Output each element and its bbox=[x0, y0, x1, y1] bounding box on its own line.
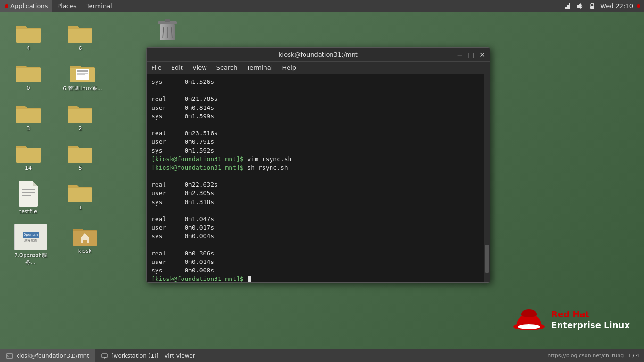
file-doc-icon: Openssh 服务配置 bbox=[14, 224, 47, 250]
terminal-minimize-button[interactable]: − bbox=[454, 49, 465, 60]
terminal-label: Terminal bbox=[86, 2, 112, 9]
terminal-scrollbar-thumb[interactable] bbox=[485, 245, 489, 273]
terminal-menu-search[interactable]: Search bbox=[212, 62, 242, 74]
icon-label-openssh: 7.Openssh服务... bbox=[9, 252, 52, 266]
lock-icon[interactable] bbox=[588, 2, 596, 10]
places-label: Places bbox=[57, 2, 76, 9]
desktop-icons-area: 4 6 0 bbox=[0, 14, 141, 278]
svg-rect-1 bbox=[567, 5, 569, 9]
terminal-title: kiosk@foundation31:/mnt bbox=[279, 51, 358, 58]
icon-label-2: 2 bbox=[79, 125, 82, 132]
folder-icon bbox=[15, 21, 41, 44]
applications-menu[interactable]: Applications bbox=[0, 0, 52, 12]
clock-dot bbox=[637, 4, 640, 8]
taskbar-terminal-label: kiosk@foundation31:/mnt bbox=[16, 353, 89, 359]
desktop-icon-kiosk[interactable]: kiosk bbox=[61, 222, 108, 268]
panel-right: Wed 22:10 bbox=[563, 2, 644, 10]
desktop-icon-folder-6[interactable]: 6 bbox=[57, 19, 104, 54]
desktop: Applications Places Terminal bbox=[0, 0, 644, 362]
svg-marker-3 bbox=[577, 3, 581, 9]
terminal-controls: − □ ✕ bbox=[454, 49, 487, 60]
terminal-cursor bbox=[248, 276, 251, 282]
desktop-icon-folder-manage-linux[interactable]: 6.管理Linux系... bbox=[57, 58, 108, 94]
redhat-logo: Red Hat Enterprise Linux bbox=[512, 305, 630, 334]
redhat-red: Red Hat bbox=[551, 309, 589, 319]
terminal-window: kiosk@foundation31:/mnt − □ ✕ File Edit … bbox=[146, 47, 490, 283]
taskbar-terminal-icon: >_ bbox=[6, 352, 13, 360]
folder-icon bbox=[15, 101, 41, 124]
terminal-menu-file[interactable]: File bbox=[147, 62, 166, 74]
terminal-menu-help[interactable]: Help bbox=[277, 62, 301, 74]
svg-point-22 bbox=[518, 324, 540, 329]
folder-doc-icon bbox=[69, 61, 96, 83]
terminal-maximize-button[interactable]: □ bbox=[466, 49, 476, 60]
desktop-icon-testfile[interactable]: testfile bbox=[5, 178, 52, 217]
panel-left: Applications Places Terminal bbox=[0, 0, 117, 12]
taskbar-virt-label: [workstation (1)] - Virt Viewer bbox=[111, 353, 195, 359]
desktop-icon-folder-14[interactable]: 14 bbox=[5, 139, 52, 173]
redhat-dot bbox=[5, 4, 8, 8]
folder-icon bbox=[67, 181, 93, 203]
taskbar-right: https://blog.csdn.net/chiitung 1 / 4 bbox=[547, 353, 644, 359]
file-icon bbox=[17, 181, 40, 207]
svg-rect-16 bbox=[165, 19, 170, 22]
trash-icon[interactable] bbox=[151, 16, 184, 43]
icon-label-14: 14 bbox=[25, 165, 32, 171]
taskbar-terminal-item[interactable]: >_ kiosk@foundation31:/mnt bbox=[0, 349, 95, 362]
folder-home-icon bbox=[72, 224, 98, 247]
icon-label-3: 3 bbox=[27, 125, 30, 132]
terminal-output: sys 0m1.526s real 0m21.785s user 0m0.814… bbox=[151, 78, 485, 282]
icon-label-4: 4 bbox=[27, 45, 30, 51]
volume-icon[interactable] bbox=[576, 2, 584, 10]
desktop-icon-folder-1[interactable]: 1 bbox=[57, 178, 104, 217]
desktop-icon-folder-3[interactable]: 3 bbox=[5, 99, 52, 134]
places-menu[interactable]: Places bbox=[52, 0, 81, 12]
redhat-text: Red Hat Enterprise Linux bbox=[551, 309, 630, 331]
top-panel: Applications Places Terminal bbox=[0, 0, 644, 12]
desktop-icon-folder-5[interactable]: 5 bbox=[57, 139, 104, 173]
svg-rect-2 bbox=[569, 3, 570, 9]
icon-label-6: 6 bbox=[79, 45, 82, 51]
svg-rect-7 bbox=[77, 73, 88, 74]
redhat-enterprise: Enterprise Linux bbox=[551, 320, 630, 330]
desktop-icon-folder-2[interactable]: 2 bbox=[57, 99, 104, 134]
icon-label-1: 1 bbox=[79, 205, 82, 211]
svg-rect-25 bbox=[102, 354, 107, 358]
taskbar-pages: 1 / 4 bbox=[627, 353, 639, 359]
folder-icon bbox=[67, 21, 93, 44]
terminal-menu-edit[interactable]: Edit bbox=[166, 62, 188, 74]
svg-rect-8 bbox=[77, 74, 85, 75]
terminal-menu[interactable]: Terminal bbox=[82, 0, 117, 12]
svg-rect-6 bbox=[77, 70, 88, 72]
terminal-close-button[interactable]: ✕ bbox=[477, 49, 487, 60]
folder-icon bbox=[15, 61, 41, 83]
taskbar-virt-item[interactable]: [workstation (1)] - Virt Viewer bbox=[95, 349, 201, 362]
terminal-titlebar: kiosk@foundation31:/mnt − □ ✕ bbox=[147, 48, 490, 62]
taskbar-url: https://blog.csdn.net/chiitung bbox=[547, 353, 624, 359]
icon-label-5: 5 bbox=[79, 165, 82, 171]
desktop-icon-openssh[interactable]: Openssh 服务配置 7.Openssh服务... bbox=[5, 222, 57, 268]
icon-label-testfile: testfile bbox=[19, 208, 37, 214]
network-icon[interactable] bbox=[563, 2, 572, 10]
terminal-menu-bar: File Edit View Search Terminal Help bbox=[147, 62, 490, 74]
svg-rect-0 bbox=[565, 7, 567, 9]
clock: Wed 22:10 bbox=[600, 2, 633, 9]
terminal-menu-terminal[interactable]: Terminal bbox=[242, 62, 277, 74]
redhat-hat-svg bbox=[512, 305, 545, 334]
terminal-content[interactable]: sys 0m1.526s real 0m21.785s user 0m0.814… bbox=[147, 74, 490, 282]
terminal-menu-view[interactable]: View bbox=[188, 62, 212, 74]
folder-icon bbox=[15, 141, 41, 164]
desktop-icon-folder-0[interactable]: 0 bbox=[5, 58, 52, 94]
svg-text:>_: >_ bbox=[7, 354, 11, 358]
folder-icon bbox=[67, 141, 93, 164]
terminal-scrollbar[interactable] bbox=[484, 74, 490, 282]
folder-icon bbox=[67, 101, 93, 124]
icon-label-manage-linux: 6.管理Linux系... bbox=[63, 85, 102, 92]
taskbar-virt-icon bbox=[101, 352, 108, 360]
svg-rect-4 bbox=[590, 6, 594, 9]
icon-label-kiosk: kiosk bbox=[78, 248, 91, 254]
taskbar: >_ kiosk@foundation31:/mnt [workstation … bbox=[0, 349, 644, 362]
icon-label-0: 0 bbox=[27, 85, 30, 91]
applications-label: Applications bbox=[10, 2, 48, 9]
desktop-icon-folder-4[interactable]: 4 bbox=[5, 19, 52, 54]
